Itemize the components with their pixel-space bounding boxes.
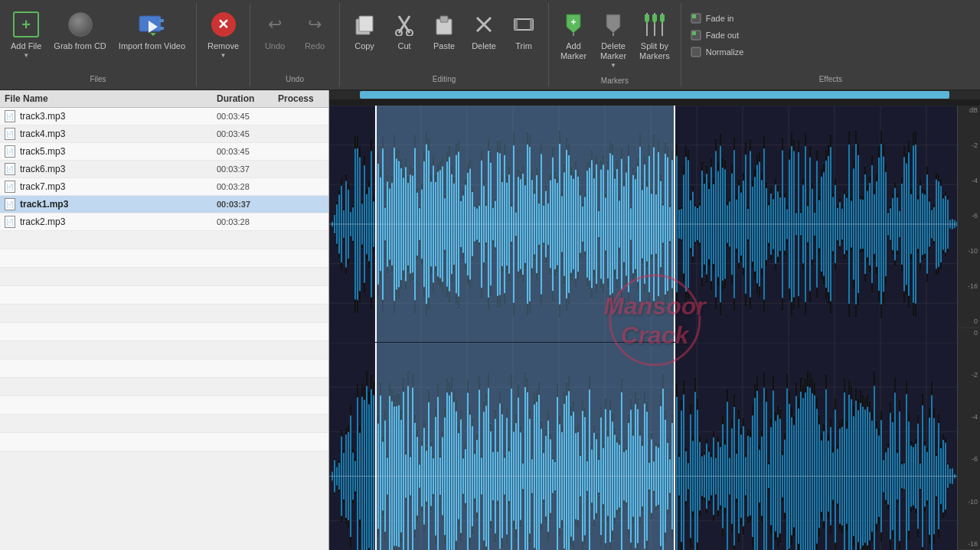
file-duration: 00:03:28 — [217, 182, 278, 191]
editing-group-label: Editing — [345, 72, 544, 83]
waveform-tracks — [329, 106, 957, 550]
header-filename: File Name — [5, 93, 217, 104]
copy-button[interactable]: Copy — [345, 6, 384, 56]
file-row[interactable]: 📄 track3.mp3 00:03:45 — [0, 108, 328, 125]
fade-out-label: Fade out — [706, 31, 739, 40]
toolbar-group-remove: ✕ Remove ▼ — [197, 3, 250, 86]
trim-button[interactable]: Trim — [504, 6, 544, 56]
file-row[interactable]: 📄 track6.mp3 00:03:37 — [0, 161, 328, 178]
file-icon: 📄 — [5, 181, 15, 193]
svg-rect-2 — [159, 19, 164, 22]
db-scale-top: dB -2 -4 -6 -10 -16 0 — [958, 106, 980, 328]
file-row-empty — [0, 378, 328, 396]
toolbar-group-undo: ↩ Undo ↪ Redo Undo — [250, 3, 340, 86]
selection-highlight-2 — [375, 343, 674, 550]
paste-button[interactable]: Paste — [424, 6, 464, 56]
file-duration: 00:03:45 — [217, 147, 278, 156]
remove-button[interactable]: ✕ Remove ▼ — [201, 6, 245, 63]
file-row[interactable]: 📄 track5.mp3 00:03:45 — [0, 143, 328, 161]
file-name: track6.mp3 — [20, 164, 217, 174]
timeline-scroll[interactable] — [329, 90, 980, 99]
svg-text:+: + — [571, 17, 577, 28]
svg-marker-28 — [660, 15, 665, 24]
normalize-label: Normalize — [706, 47, 744, 57]
svg-marker-21 — [606, 15, 620, 33]
file-row[interactable]: 📄 track2.mp3 00:03:28 — [0, 213, 328, 231]
file-name: track5.mp3 — [20, 146, 217, 157]
file-name: track7.mp3 — [20, 181, 217, 192]
db-scale-bottom: 0 -2 -4 -6 -10 -16 — [958, 328, 980, 551]
file-icon: 📄 — [5, 110, 15, 122]
file-list-header: File Name Duration Process — [0, 90, 328, 108]
remove-group-label — [201, 80, 245, 83]
file-row-empty — [0, 304, 328, 323]
fade-out-toggle[interactable]: Fade out — [686, 28, 749, 43]
waveform-area: Mansoor Crack dB -2 -4 -6 -10 -16 0 0 -2… — [329, 90, 980, 550]
file-duration: 00:03:45 — [217, 129, 278, 138]
file-row[interactable]: 📄 track1.mp3 00:03:37 — [0, 196, 328, 213]
file-list-rows: 📄 track3.mp3 00:03:45 📄 track4.mp3 00:03… — [0, 108, 328, 451]
file-icon: 📄 — [5, 198, 15, 210]
markers-group-label: Markers — [554, 73, 676, 85]
toolbar-group-files: + Add File ▼ Grab from CD — [0, 3, 197, 86]
file-icon: 📄 — [5, 216, 15, 228]
file-row[interactable]: 📄 track7.mp3 00:03:28 — [0, 178, 328, 196]
file-name: track4.mp3 — [20, 129, 217, 139]
file-duration: 00:03:37 — [217, 164, 278, 174]
file-name: track1.mp3 — [20, 199, 217, 210]
file-duration: 00:03:37 — [217, 200, 278, 209]
svg-rect-6 — [359, 16, 373, 31]
svg-rect-16 — [514, 19, 518, 30]
svg-rect-17 — [530, 19, 533, 30]
svg-marker-4 — [150, 33, 156, 36]
selection-highlight-1 — [375, 106, 674, 342]
header-process: Process — [278, 93, 324, 104]
svg-rect-3 — [159, 27, 164, 30]
file-row-empty — [0, 415, 328, 433]
waveform-track-2 — [329, 343, 957, 550]
fade-in-label: Fade in — [706, 14, 734, 23]
svg-rect-12 — [440, 16, 448, 22]
add-file-button[interactable]: + Add File ▼ — [5, 6, 47, 63]
marker-start-2 — [375, 343, 377, 550]
toolbar: + Add File ▼ Grab from CD — [0, 0, 980, 90]
db-scale: dB -2 -4 -6 -10 -16 0 0 -2 -4 -6 -10 -16 — [957, 106, 980, 550]
file-row-empty — [0, 341, 328, 360]
main-content: File Name Duration Process 📄 track3.mp3 … — [0, 90, 980, 550]
marker-start — [375, 106, 377, 342]
grab-cd-button[interactable]: Grab from CD — [47, 6, 112, 56]
waveform-canvas-area[interactable]: Mansoor Crack — [329, 90, 980, 550]
file-row-empty — [0, 360, 328, 378]
file-icon: 📄 — [5, 163, 15, 175]
svg-rect-33 — [691, 47, 701, 57]
file-row-empty — [0, 433, 328, 451]
add-marker-button[interactable]: + AddMarker — [554, 6, 593, 66]
redo-button[interactable]: ↪ Redo — [295, 6, 335, 56]
split-by-markers-button[interactable]: Split byMarkers — [633, 6, 676, 66]
timeline-scroll-thumb[interactable] — [360, 91, 949, 99]
delete-marker-button[interactable]: DeleteMarker ▼ — [593, 6, 633, 73]
waveform-track-1 — [329, 106, 957, 343]
normalize-toggle[interactable]: Normalize — [686, 44, 749, 60]
file-list-panel: File Name Duration Process 📄 track3.mp3 … — [0, 90, 329, 550]
fade-in-toggle[interactable]: Fade in — [686, 11, 749, 26]
file-row[interactable]: 📄 track4.mp3 00:03:45 — [0, 125, 328, 143]
file-row-empty — [0, 249, 328, 268]
file-row-empty — [0, 286, 328, 304]
cut-button[interactable]: Cut — [384, 6, 424, 56]
file-row-empty — [0, 268, 328, 286]
file-row-empty — [0, 323, 328, 341]
svg-rect-32 — [692, 31, 696, 35]
toolbar-group-editing: Copy Cut — [340, 3, 549, 86]
svg-rect-30 — [692, 15, 696, 18]
undo-button[interactable]: ↩ Undo — [255, 6, 295, 56]
import-video-button[interactable]: Import from Video — [113, 6, 191, 56]
file-duration: 00:03:45 — [217, 112, 278, 121]
svg-marker-26 — [645, 15, 649, 24]
header-duration: Duration — [217, 93, 278, 104]
file-name: track2.mp3 — [20, 216, 217, 227]
undo-group-label: Undo — [255, 72, 335, 83]
marker-end — [674, 106, 675, 342]
delete-button[interactable]: Delete — [464, 6, 504, 56]
files-group-label: Files — [5, 72, 191, 83]
